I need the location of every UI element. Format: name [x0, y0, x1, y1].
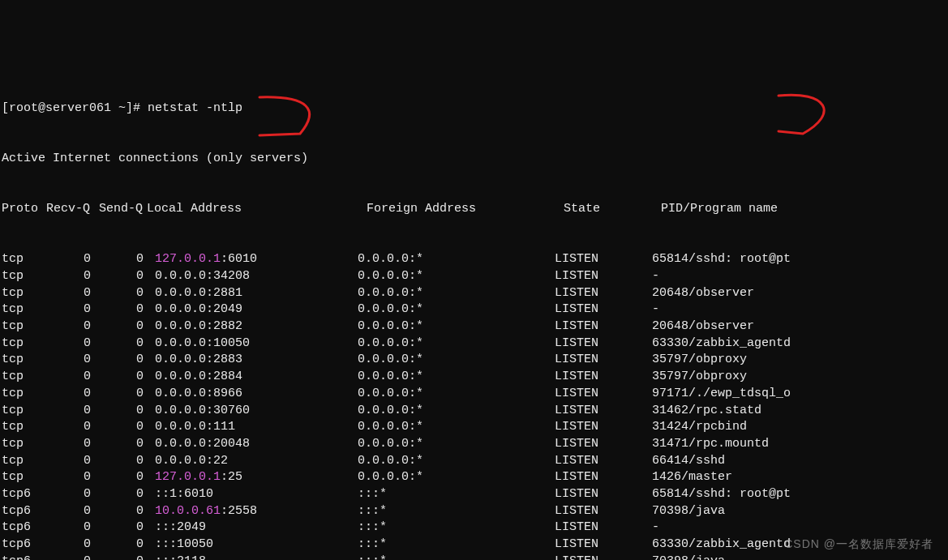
- hdr-local: Local Address: [147, 201, 367, 218]
- cell-pid: 35797/obproxy: [652, 352, 946, 369]
- table-row: tcp00127.0.0.1:250.0.0.0:*LISTEN1426/mas…: [2, 469, 946, 486]
- cell-pid: 97171/./ewp_tdsql_o: [652, 386, 946, 403]
- cell-local: :::2118: [155, 554, 358, 560]
- cell-pid: 20648/observer: [652, 285, 946, 302]
- hdr-pid: PID/Program name: [661, 201, 946, 218]
- cell-state: LISTEN: [555, 268, 652, 285]
- cell-sendq: 0: [99, 519, 155, 536]
- cell-proto: tcp: [2, 352, 46, 369]
- cell-pid: 20648/observer: [652, 318, 946, 336]
- cell-pid: -: [652, 519, 946, 536]
- table-row: tcp000.0.0.0:220.0.0.0:*LISTEN66414/sshd: [2, 453, 946, 470]
- cell-state: LISTEN: [555, 453, 652, 470]
- cell-proto: tcp: [2, 369, 46, 386]
- cell-sendq: 0: [99, 436, 155, 453]
- cell-sendq: 0: [99, 486, 155, 503]
- table-row: tcp000.0.0.0:100500.0.0.0:*LISTEN63330/z…: [2, 336, 946, 353]
- cell-local: 0.0.0.0:22: [155, 453, 358, 470]
- cell-proto: tcp: [2, 419, 46, 436]
- cell-sendq: 0: [99, 268, 155, 285]
- cell-recvq: 0: [46, 268, 99, 285]
- cell-state: LISTEN: [555, 352, 652, 369]
- cell-local: 127.0.0.1:6010: [155, 251, 358, 268]
- cell-proto: tcp6: [2, 503, 46, 520]
- cell-state: LISTEN: [555, 536, 652, 554]
- cell-sendq: 0: [99, 369, 155, 386]
- table-row: tcp00127.0.0.1:60100.0.0.0:*LISTEN65814/…: [2, 251, 946, 268]
- table-row: tcp000.0.0.0:1110.0.0.0:*LISTEN31424/rpc…: [2, 419, 946, 436]
- cell-foreign: :::*: [358, 486, 555, 503]
- cell-local: 0.0.0.0:20048: [155, 436, 358, 453]
- cell-local: 10.0.0.61:2558: [155, 503, 358, 520]
- cell-sendq: 0: [99, 536, 155, 554]
- cell-local: 0.0.0.0:2882: [155, 318, 358, 336]
- cell-foreign: 0.0.0.0:*: [358, 251, 555, 268]
- table-row: tcp000.0.0.0:342080.0.0.0:*LISTEN-: [2, 268, 946, 285]
- cell-foreign: 0.0.0.0:*: [358, 436, 555, 453]
- cell-state: LISTEN: [555, 503, 652, 520]
- cell-state: LISTEN: [555, 251, 652, 268]
- cell-proto: tcp6: [2, 519, 46, 536]
- column-headers: ProtoRecv-QSend-QLocal AddressForeign Ad…: [2, 201, 946, 218]
- cell-proto: tcp6: [2, 536, 46, 554]
- hdr-recvq: Recv-Q: [46, 201, 99, 218]
- hdr-foreign: Foreign Address: [367, 201, 564, 218]
- cell-foreign: 0.0.0.0:*: [358, 419, 555, 436]
- cell-local: 0.0.0.0:2049: [155, 301, 358, 318]
- cell-state: LISTEN: [555, 436, 652, 453]
- cell-foreign: 0.0.0.0:*: [358, 453, 555, 470]
- cell-sendq: 0: [99, 453, 155, 470]
- prompt-close: ]#: [126, 100, 148, 118]
- table-row: tcp600::1:6010:::*LISTEN65814/sshd: root…: [2, 486, 946, 503]
- cell-local: ::1:6010: [155, 486, 358, 503]
- cell-sendq: 0: [99, 336, 155, 353]
- cell-foreign: 0.0.0.0:*: [358, 352, 555, 369]
- cell-state: LISTEN: [555, 369, 652, 386]
- cell-sendq: 0: [99, 503, 155, 520]
- cell-proto: tcp: [2, 318, 46, 336]
- cell-pid: 70398/java: [652, 503, 946, 520]
- hdr-state: State: [564, 201, 661, 218]
- cell-state: LISTEN: [555, 469, 652, 486]
- cell-recvq: 0: [46, 503, 99, 520]
- cell-pid: -: [652, 268, 946, 285]
- table-row: tcp60010.0.0.61:2558:::*LISTEN70398/java: [2, 503, 946, 520]
- cell-foreign: 0.0.0.0:*: [358, 469, 555, 486]
- connections-header: Active Internet connections (only server…: [2, 151, 946, 168]
- cell-pid: 65814/sshd: root@pt: [652, 486, 946, 503]
- cell-local: 0.0.0.0:2881: [155, 285, 358, 302]
- cell-recvq: 0: [46, 403, 99, 420]
- cell-recvq: 0: [46, 469, 99, 486]
- cell-recvq: 0: [46, 386, 99, 403]
- cell-proto: tcp: [2, 268, 46, 285]
- cell-recvq: 0: [46, 419, 99, 436]
- cell-local: :::2049: [155, 519, 358, 536]
- cell-sendq: 0: [99, 469, 155, 486]
- cell-sendq: 0: [99, 554, 155, 560]
- prompt-open: [: [2, 100, 9, 118]
- cell-recvq: 0: [46, 301, 99, 318]
- table-row: tcp000.0.0.0:28820.0.0.0:*LISTEN20648/ob…: [2, 318, 946, 336]
- cell-recvq: 0: [46, 453, 99, 470]
- cell-proto: tcp: [2, 386, 46, 403]
- cell-proto: tcp: [2, 251, 46, 268]
- cell-proto: tcp: [2, 285, 46, 302]
- cell-pid: 31471/rpc.mountd: [652, 436, 946, 453]
- cell-pid: 1426/master: [652, 469, 946, 486]
- cell-state: LISTEN: [555, 301, 652, 318]
- table-row: tcp000.0.0.0:28830.0.0.0:*LISTEN35797/ob…: [2, 352, 946, 369]
- cell-state: LISTEN: [555, 285, 652, 302]
- cell-foreign: :::*: [358, 554, 555, 560]
- cell-proto: tcp: [2, 469, 46, 486]
- cell-sendq: 0: [99, 386, 155, 403]
- cell-state: LISTEN: [555, 554, 652, 560]
- table-row: tcp000.0.0.0:28810.0.0.0:*LISTEN20648/ob…: [2, 285, 946, 302]
- table-row: tcp000.0.0.0:20490.0.0.0:*LISTEN-: [2, 301, 946, 318]
- hdr-proto: Proto: [2, 201, 46, 218]
- cell-pid: 31462/rpc.statd: [652, 403, 946, 420]
- cell-proto: tcp: [2, 336, 46, 353]
- terminal-output[interactable]: [root@server061 ~]# netstat -ntlp Active…: [0, 67, 948, 560]
- cell-foreign: :::*: [358, 503, 555, 520]
- cell-pid: 31424/rpcbind: [652, 419, 946, 436]
- cell-recvq: 0: [46, 352, 99, 369]
